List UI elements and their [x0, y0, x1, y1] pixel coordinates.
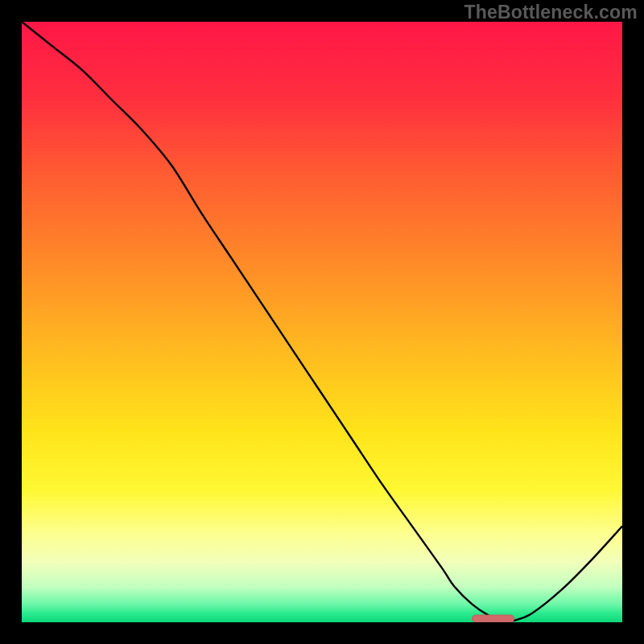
chart-svg — [22, 22, 622, 622]
gradient-background — [22, 22, 622, 622]
optimal-marker — [473, 615, 514, 622]
chart-frame: TheBottleneck.com — [0, 0, 644, 644]
watermark-text: TheBottleneck.com — [464, 2, 638, 23]
plot-area — [22, 22, 622, 622]
